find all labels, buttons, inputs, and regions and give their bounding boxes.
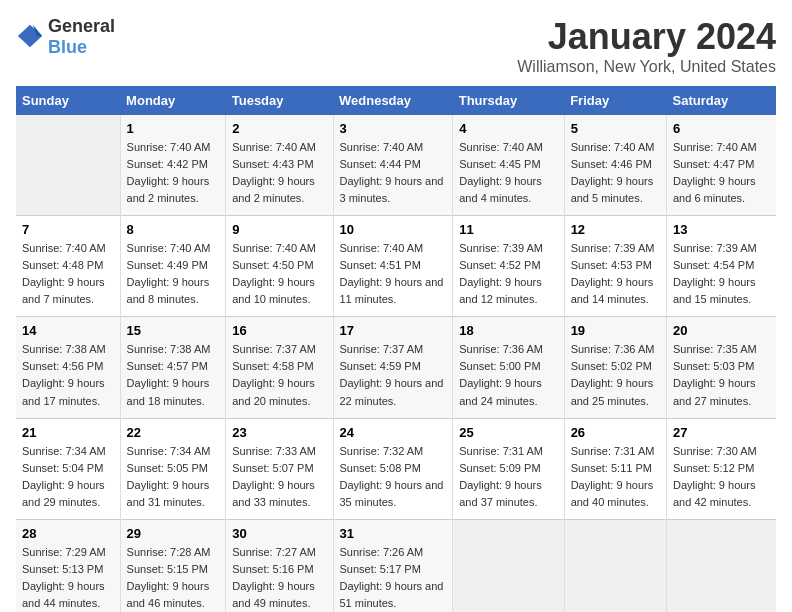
day-info: Sunrise: 7:40 AMSunset: 4:46 PMDaylight:…	[571, 139, 660, 207]
day-info: Sunrise: 7:30 AMSunset: 5:12 PMDaylight:…	[673, 443, 770, 511]
calendar-cell: 28Sunrise: 7:29 AMSunset: 5:13 PMDayligh…	[16, 519, 120, 612]
logo-icon	[16, 23, 44, 51]
day-number: 4	[459, 121, 557, 136]
day-info: Sunrise: 7:39 AMSunset: 4:52 PMDaylight:…	[459, 240, 557, 308]
day-info: Sunrise: 7:31 AMSunset: 5:09 PMDaylight:…	[459, 443, 557, 511]
calendar-week-row: 28Sunrise: 7:29 AMSunset: 5:13 PMDayligh…	[16, 519, 776, 612]
calendar-week-row: 7Sunrise: 7:40 AMSunset: 4:48 PMDaylight…	[16, 216, 776, 317]
day-number: 6	[673, 121, 770, 136]
day-info: Sunrise: 7:38 AMSunset: 4:57 PMDaylight:…	[127, 341, 220, 409]
calendar-cell: 5Sunrise: 7:40 AMSunset: 4:46 PMDaylight…	[564, 115, 666, 216]
day-number: 26	[571, 425, 660, 440]
calendar-cell: 1Sunrise: 7:40 AMSunset: 4:42 PMDaylight…	[120, 115, 226, 216]
day-number: 22	[127, 425, 220, 440]
day-info: Sunrise: 7:29 AMSunset: 5:13 PMDaylight:…	[22, 544, 114, 612]
calendar-cell: 6Sunrise: 7:40 AMSunset: 4:47 PMDaylight…	[666, 115, 776, 216]
calendar-week-row: 1Sunrise: 7:40 AMSunset: 4:42 PMDaylight…	[16, 115, 776, 216]
day-number: 12	[571, 222, 660, 237]
calendar-cell	[666, 519, 776, 612]
calendar-cell: 8Sunrise: 7:40 AMSunset: 4:49 PMDaylight…	[120, 216, 226, 317]
day-info: Sunrise: 7:34 AMSunset: 5:05 PMDaylight:…	[127, 443, 220, 511]
day-number: 18	[459, 323, 557, 338]
day-info: Sunrise: 7:36 AMSunset: 5:02 PMDaylight:…	[571, 341, 660, 409]
calendar-cell: 13Sunrise: 7:39 AMSunset: 4:54 PMDayligh…	[666, 216, 776, 317]
day-info: Sunrise: 7:32 AMSunset: 5:08 PMDaylight:…	[340, 443, 447, 511]
day-info: Sunrise: 7:26 AMSunset: 5:17 PMDaylight:…	[340, 544, 447, 612]
logo-general-text: General	[48, 16, 115, 36]
header-wednesday: Wednesday	[333, 86, 453, 115]
calendar-table: SundayMondayTuesdayWednesdayThursdayFrid…	[16, 86, 776, 612]
calendar-cell: 16Sunrise: 7:37 AMSunset: 4:58 PMDayligh…	[226, 317, 333, 418]
day-number: 23	[232, 425, 326, 440]
day-number: 5	[571, 121, 660, 136]
day-number: 7	[22, 222, 114, 237]
calendar-cell: 21Sunrise: 7:34 AMSunset: 5:04 PMDayligh…	[16, 418, 120, 519]
calendar-cell: 18Sunrise: 7:36 AMSunset: 5:00 PMDayligh…	[453, 317, 564, 418]
calendar-cell: 19Sunrise: 7:36 AMSunset: 5:02 PMDayligh…	[564, 317, 666, 418]
day-info: Sunrise: 7:38 AMSunset: 4:56 PMDaylight:…	[22, 341, 114, 409]
day-number: 3	[340, 121, 447, 136]
day-number: 10	[340, 222, 447, 237]
day-number: 27	[673, 425, 770, 440]
calendar-cell	[564, 519, 666, 612]
day-info: Sunrise: 7:40 AMSunset: 4:49 PMDaylight:…	[127, 240, 220, 308]
day-number: 19	[571, 323, 660, 338]
day-info: Sunrise: 7:36 AMSunset: 5:00 PMDaylight:…	[459, 341, 557, 409]
day-info: Sunrise: 7:35 AMSunset: 5:03 PMDaylight:…	[673, 341, 770, 409]
day-info: Sunrise: 7:40 AMSunset: 4:48 PMDaylight:…	[22, 240, 114, 308]
day-number: 28	[22, 526, 114, 541]
day-info: Sunrise: 7:40 AMSunset: 4:45 PMDaylight:…	[459, 139, 557, 207]
calendar-cell: 20Sunrise: 7:35 AMSunset: 5:03 PMDayligh…	[666, 317, 776, 418]
calendar-header-row: SundayMondayTuesdayWednesdayThursdayFrid…	[16, 86, 776, 115]
day-number: 17	[340, 323, 447, 338]
calendar-cell: 22Sunrise: 7:34 AMSunset: 5:05 PMDayligh…	[120, 418, 226, 519]
day-number: 13	[673, 222, 770, 237]
day-number: 16	[232, 323, 326, 338]
day-info: Sunrise: 7:28 AMSunset: 5:15 PMDaylight:…	[127, 544, 220, 612]
calendar-cell	[16, 115, 120, 216]
calendar-cell: 10Sunrise: 7:40 AMSunset: 4:51 PMDayligh…	[333, 216, 453, 317]
day-info: Sunrise: 7:40 AMSunset: 4:44 PMDaylight:…	[340, 139, 447, 207]
calendar-cell: 30Sunrise: 7:27 AMSunset: 5:16 PMDayligh…	[226, 519, 333, 612]
calendar-cell: 26Sunrise: 7:31 AMSunset: 5:11 PMDayligh…	[564, 418, 666, 519]
day-info: Sunrise: 7:27 AMSunset: 5:16 PMDaylight:…	[232, 544, 326, 612]
calendar-cell: 25Sunrise: 7:31 AMSunset: 5:09 PMDayligh…	[453, 418, 564, 519]
calendar-week-row: 14Sunrise: 7:38 AMSunset: 4:56 PMDayligh…	[16, 317, 776, 418]
day-number: 29	[127, 526, 220, 541]
day-info: Sunrise: 7:40 AMSunset: 4:51 PMDaylight:…	[340, 240, 447, 308]
calendar-cell: 4Sunrise: 7:40 AMSunset: 4:45 PMDaylight…	[453, 115, 564, 216]
calendar-cell: 23Sunrise: 7:33 AMSunset: 5:07 PMDayligh…	[226, 418, 333, 519]
calendar-cell: 15Sunrise: 7:38 AMSunset: 4:57 PMDayligh…	[120, 317, 226, 418]
day-number: 20	[673, 323, 770, 338]
calendar-cell: 24Sunrise: 7:32 AMSunset: 5:08 PMDayligh…	[333, 418, 453, 519]
header-monday: Monday	[120, 86, 226, 115]
day-number: 1	[127, 121, 220, 136]
day-info: Sunrise: 7:39 AMSunset: 4:53 PMDaylight:…	[571, 240, 660, 308]
day-number: 9	[232, 222, 326, 237]
day-info: Sunrise: 7:34 AMSunset: 5:04 PMDaylight:…	[22, 443, 114, 511]
calendar-week-row: 21Sunrise: 7:34 AMSunset: 5:04 PMDayligh…	[16, 418, 776, 519]
calendar-cell: 31Sunrise: 7:26 AMSunset: 5:17 PMDayligh…	[333, 519, 453, 612]
day-info: Sunrise: 7:40 AMSunset: 4:50 PMDaylight:…	[232, 240, 326, 308]
header-thursday: Thursday	[453, 86, 564, 115]
day-info: Sunrise: 7:40 AMSunset: 4:42 PMDaylight:…	[127, 139, 220, 207]
header-saturday: Saturday	[666, 86, 776, 115]
header: General Blue January 2024 Williamson, Ne…	[16, 16, 776, 76]
day-number: 30	[232, 526, 326, 541]
day-info: Sunrise: 7:31 AMSunset: 5:11 PMDaylight:…	[571, 443, 660, 511]
day-info: Sunrise: 7:39 AMSunset: 4:54 PMDaylight:…	[673, 240, 770, 308]
calendar-cell: 12Sunrise: 7:39 AMSunset: 4:53 PMDayligh…	[564, 216, 666, 317]
day-number: 24	[340, 425, 447, 440]
header-friday: Friday	[564, 86, 666, 115]
calendar-cell: 7Sunrise: 7:40 AMSunset: 4:48 PMDaylight…	[16, 216, 120, 317]
day-number: 21	[22, 425, 114, 440]
calendar-cell: 9Sunrise: 7:40 AMSunset: 4:50 PMDaylight…	[226, 216, 333, 317]
day-info: Sunrise: 7:40 AMSunset: 4:47 PMDaylight:…	[673, 139, 770, 207]
logo-blue-text: Blue	[48, 37, 87, 57]
calendar-cell	[453, 519, 564, 612]
day-number: 11	[459, 222, 557, 237]
day-number: 31	[340, 526, 447, 541]
calendar-cell: 14Sunrise: 7:38 AMSunset: 4:56 PMDayligh…	[16, 317, 120, 418]
day-number: 25	[459, 425, 557, 440]
day-number: 14	[22, 323, 114, 338]
